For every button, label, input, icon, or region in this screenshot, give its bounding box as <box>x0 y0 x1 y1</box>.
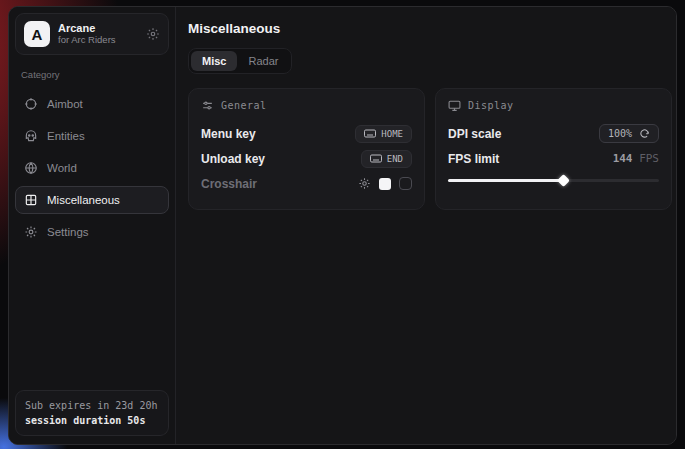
sidebar: A Arcane for Arc Riders Category Aimbot … <box>9 7 176 444</box>
category-label: Category <box>21 69 169 80</box>
general-panel-title: General <box>221 100 267 111</box>
tab-bar: Misc Radar <box>188 48 292 74</box>
fps-number: 144 <box>613 152 633 165</box>
sliders-icon <box>201 99 214 112</box>
brand-text: Arcane for Arc Riders <box>58 22 138 46</box>
sub-expires-text: Sub expires in 23d 20h <box>25 398 159 413</box>
entities-icon <box>24 129 38 143</box>
fps-slider-thumb[interactable] <box>557 174 570 187</box>
unload-key-bind-button[interactable]: END <box>361 150 412 168</box>
refresh-icon[interactable] <box>639 128 650 139</box>
fps-limit-value: 144 FPS <box>613 152 659 165</box>
sidebar-item-miscellaneous[interactable]: Miscellaneous <box>15 186 169 214</box>
tab-misc[interactable]: Misc <box>191 51 237 71</box>
unload-key-label: Unload key <box>201 152 265 166</box>
display-panel-header: Display <box>448 99 659 112</box>
globe-icon <box>24 161 38 175</box>
unload-key-bind-value: END <box>387 154 403 164</box>
fps-unit: FPS <box>639 152 659 165</box>
sidebar-item-settings[interactable]: Settings <box>15 218 169 246</box>
display-panel: Display DPI scale 100% FPS limit 144 <box>435 88 672 210</box>
tab-radar[interactable]: Radar <box>237 51 289 71</box>
display-panel-title: Display <box>468 100 514 111</box>
gear-icon[interactable] <box>358 177 371 190</box>
menu-key-label: Menu key <box>201 127 256 141</box>
grid-icon <box>24 193 38 207</box>
main-content: Miscellaneous Misc Radar General Menu ke… <box>176 7 677 444</box>
app-window: A Arcane for Arc Riders Category Aimbot … <box>8 6 677 445</box>
dpi-scale-control[interactable]: 100% <box>599 124 659 143</box>
fps-limit-row: FPS limit 144 FPS <box>448 147 659 170</box>
fps-limit-slider[interactable] <box>448 174 659 186</box>
dpi-scale-row: DPI scale 100% <box>448 122 659 145</box>
app-subtitle: for Arc Riders <box>58 35 138 46</box>
crosshair-color-swatch[interactable] <box>379 178 391 190</box>
menu-key-bind-value: HOME <box>381 129 403 139</box>
crosshair-label: Crosshair <box>201 177 257 191</box>
crosshair-checkbox[interactable] <box>399 177 412 190</box>
fps-slider-fill <box>448 179 564 182</box>
unload-key-row: Unload key END <box>201 147 412 170</box>
panels-row: General Menu key HOME Unload key <box>188 88 672 210</box>
sidebar-spacer <box>15 248 169 390</box>
page-title: Miscellaneous <box>188 21 672 36</box>
menu-key-bind-button[interactable]: HOME <box>355 125 412 143</box>
sidebar-item-label: Miscellaneous <box>47 194 120 206</box>
fps-limit-label: FPS limit <box>448 152 499 166</box>
sidebar-item-entities[interactable]: Entities <box>15 122 169 150</box>
sidebar-item-label: Entities <box>47 130 85 142</box>
app-name: Arcane <box>58 22 138 35</box>
sidebar-item-label: Aimbot <box>47 98 83 110</box>
crosshair-controls <box>358 177 412 190</box>
menu-key-row: Menu key HOME <box>201 122 412 145</box>
general-panel: General Menu key HOME Unload key <box>188 88 425 210</box>
gear-icon[interactable] <box>146 27 160 41</box>
sidebar-item-label: Settings <box>47 226 89 238</box>
sidebar-item-world[interactable]: World <box>15 154 169 182</box>
general-panel-header: General <box>201 99 412 112</box>
gear-icon <box>24 225 38 239</box>
subscription-card: Sub expires in 23d 20h session duration … <box>15 390 169 436</box>
monitor-icon <box>448 99 461 112</box>
crosshair-row: Crosshair <box>201 172 412 195</box>
dpi-scale-value: 100% <box>608 128 632 139</box>
keyboard-icon <box>370 154 382 163</box>
session-duration-text: session duration 50s <box>25 413 159 428</box>
dpi-scale-label: DPI scale <box>448 127 501 141</box>
brand-card: A Arcane for Arc Riders <box>15 13 169 55</box>
sidebar-item-aimbot[interactable]: Aimbot <box>15 90 169 118</box>
sidebar-item-label: World <box>47 162 77 174</box>
keyboard-icon <box>364 129 376 138</box>
app-logo: A <box>24 21 50 47</box>
crosshair-icon <box>24 97 38 111</box>
